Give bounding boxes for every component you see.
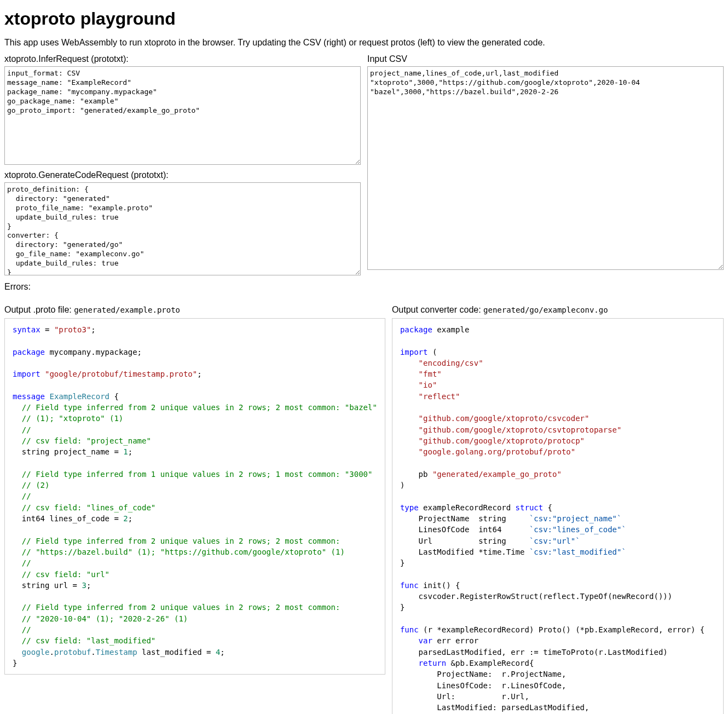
- input-csv-label: Input CSV: [367, 54, 724, 64]
- output-proto-label: Output .proto file:: [4, 305, 74, 314]
- input-csv-textarea[interactable]: [367, 66, 724, 270]
- infer-request-textarea[interactable]: [4, 66, 361, 165]
- errors-label: Errors:: [4, 282, 31, 291]
- generate-code-request-label: xtoproto.GenerateCodeRequest (prototxt):: [4, 170, 361, 180]
- output-converter-code: package example import ( "encoding/csv" …: [392, 318, 724, 714]
- page-description: This app uses WebAssembly to run xtoprot…: [4, 38, 724, 48]
- page-title: xtoproto playground: [4, 9, 724, 29]
- output-converter-path: generated/go/exampleconv.go: [483, 306, 608, 314]
- generate-code-request-textarea[interactable]: [4, 182, 361, 275]
- output-proto-path: generated/example.proto: [74, 306, 180, 314]
- output-proto-code: syntax = "proto3"; package mycompany.myp…: [4, 318, 385, 675]
- infer-request-label: xtoproto.InferRequest (prototxt):: [4, 54, 361, 64]
- output-converter-label: Output converter code:: [392, 305, 483, 314]
